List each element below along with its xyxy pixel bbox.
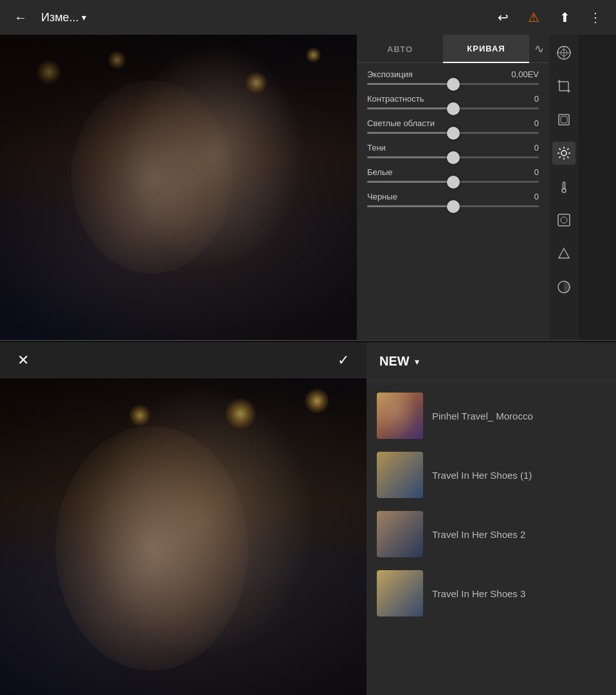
slider-blacks-track[interactable] (367, 205, 539, 207)
slider-highlights-track[interactable] (367, 132, 539, 134)
preset-name-0: Pinhel Travel_ Morocco (432, 411, 533, 422)
slider-whites-fill (367, 181, 453, 183)
right-panel-top: АВТО КРИВАЯ ∿ Экспозиция 0,00EV (357, 35, 579, 340)
slider-exposure-thumb[interactable] (447, 78, 460, 91)
bottom-left: ✕ ✓ (0, 342, 367, 695)
slider-highlights-label: Светлые области (367, 118, 435, 128)
icon-layers[interactable] (552, 108, 575, 131)
icon-vignette[interactable] (552, 208, 575, 232)
preset-thumb-2 (377, 511, 423, 557)
bottom-right: NEW ▾ Pinhel Travel_ Morocco Travel In H… (367, 342, 616, 695)
slider-whites-value: 0 (534, 167, 539, 177)
slider-exposure-label: Экспозиция (367, 70, 413, 79)
adjustments-area: АВТО КРИВАЯ ∿ Экспозиция 0,00EV (357, 35, 549, 340)
icon-grain[interactable] (552, 242, 575, 265)
icon-circle-split[interactable] (552, 275, 575, 299)
slider-whites: Белые 0 (367, 167, 539, 183)
svg-rect-22 (558, 214, 570, 226)
slider-shadows-track[interactable] (367, 156, 539, 158)
slider-shadows-value: 0 (534, 143, 539, 153)
preset-list: Pinhel Travel_ Morocco Travel In Her Sho… (367, 381, 616, 695)
slider-shadows-thumb[interactable] (447, 151, 460, 164)
preset-item-2[interactable]: Travel In Her Shoes 2 (367, 505, 616, 564)
title-dropdown-icon: ▾ (82, 12, 86, 23)
slider-whites-track[interactable] (367, 181, 539, 183)
svg-rect-10 (561, 116, 567, 123)
preset-item-0[interactable]: Pinhel Travel_ Morocco (367, 386, 616, 445)
slider-shadows: Тени 0 (367, 143, 539, 158)
slider-highlights-fill (367, 132, 453, 134)
preset-thumb-3 (377, 570, 423, 616)
slider-exposure-value: 0,00EV (511, 70, 539, 79)
photo-overlay (0, 35, 357, 340)
slider-blacks: Черные 0 (367, 192, 539, 207)
slider-exposure-track[interactable] (367, 83, 539, 85)
slider-blacks-thumb[interactable] (447, 200, 460, 213)
photo-area-top (0, 35, 357, 340)
slider-whites-thumb[interactable] (447, 176, 460, 189)
page-title: Изме... (41, 11, 79, 24)
top-content: АВТО КРИВАЯ ∿ Экспозиция 0,00EV (0, 35, 616, 340)
share-button[interactable]: ⬆ (552, 5, 577, 30)
slider-contrast-value: 0 (534, 94, 539, 104)
svg-rect-4 (559, 82, 568, 91)
photo-bottom (0, 378, 367, 695)
preset-header: NEW ▾ (367, 342, 616, 381)
slider-exposure-fill (367, 83, 453, 85)
slider-whites-label: Белые (367, 167, 393, 177)
icon-grid[interactable] (552, 41, 575, 64)
slider-highlights-thumb[interactable] (447, 127, 460, 140)
icon-light[interactable] (552, 142, 575, 165)
tab-auto[interactable]: АВТО (357, 35, 443, 63)
slider-shadows-label: Тени (367, 143, 386, 153)
preset-name-1: Travel In Her Shoes (1) (432, 470, 532, 481)
svg-line-19 (559, 156, 561, 158)
slider-contrast-thumb[interactable] (447, 102, 460, 115)
slider-contrast-fill (367, 107, 453, 109)
icon-temperature[interactable] (552, 175, 575, 198)
new-dropdown-icon[interactable]: ▾ (415, 357, 419, 367)
more-button[interactable]: ⋮ (583, 5, 608, 30)
alert-button[interactable]: ⚠ (521, 5, 547, 30)
preset-item-1[interactable]: Travel In Her Shoes (1) (367, 445, 616, 505)
slider-contrast-label: Контрастность (367, 94, 424, 104)
slider-blacks-value: 0 (534, 192, 539, 201)
photo-top (0, 35, 357, 340)
tab-curve[interactable]: КРИВАЯ (443, 35, 529, 63)
undo-button[interactable]: ↩ (490, 5, 516, 30)
svg-marker-24 (559, 248, 569, 258)
title-area[interactable]: Изме... ▾ (39, 11, 86, 24)
svg-line-18 (567, 149, 568, 150)
svg-line-16 (559, 149, 561, 150)
tabs-row: АВТО КРИВАЯ ∿ (357, 35, 549, 63)
top-toolbar: ← Изме... ▾ ↩ ⚠ ⬆ ⋮ (0, 0, 616, 35)
slider-highlights: Светлые области 0 (367, 118, 539, 134)
slider-exposure: Экспозиция 0,00EV (367, 70, 539, 85)
preset-thumb-1 (377, 452, 423, 498)
preset-name-3: Travel In Her Shoes 3 (432, 588, 525, 599)
bottom-panel: ✕ ✓ NEW ▾ (0, 342, 616, 695)
slider-blacks-label: Черные (367, 192, 397, 201)
svg-line-17 (567, 156, 568, 158)
bottom-photo-area (0, 378, 367, 695)
slider-shadows-fill (367, 156, 453, 158)
new-badge: NEW (379, 354, 410, 369)
slider-contrast: Контрастность 0 (367, 94, 539, 109)
slider-highlights-value: 0 (534, 118, 539, 128)
slider-contrast-track[interactable] (367, 107, 539, 109)
preset-name-2: Travel In Her Shoes 2 (432, 529, 525, 540)
close-button[interactable]: ✕ (10, 348, 36, 373)
preset-item-3[interactable]: Travel In Her Shoes 3 (367, 564, 616, 623)
slider-blacks-fill (367, 205, 453, 207)
bottom-toolbar: ✕ ✓ (0, 342, 367, 378)
svg-point-11 (561, 151, 566, 156)
confirm-button[interactable]: ✓ (331, 348, 356, 373)
top-panel: ← Изме... ▾ ↩ ⚠ ⬆ ⋮ (0, 0, 616, 341)
sliders-section: Экспозиция 0,00EV Контрастность 0 (357, 63, 549, 220)
icon-crop[interactable] (552, 75, 575, 98)
preset-thumb-0 (377, 393, 423, 439)
back-button[interactable]: ← (8, 5, 33, 30)
svg-rect-9 (559, 115, 569, 125)
icon-bar (549, 35, 579, 340)
curve-icon: ∿ (529, 35, 549, 62)
